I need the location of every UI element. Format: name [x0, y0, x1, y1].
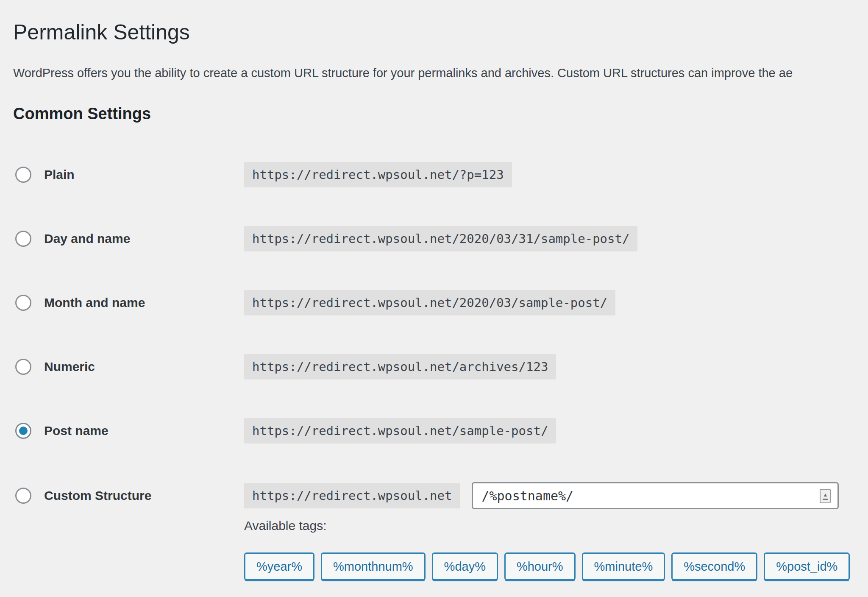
option-row-plain: Plain https://redirect.wpsoul.net/?p=123: [13, 162, 868, 187]
page-title: Permalink Settings: [13, 20, 868, 45]
option-row-custom-structure: Custom Structure https://redirect.wpsoul…: [13, 482, 868, 509]
radio-custom-structure[interactable]: [15, 488, 31, 504]
tag-button-year[interactable]: %year%: [244, 552, 314, 580]
option-numeric[interactable]: Numeric: [13, 359, 244, 375]
radio-plain[interactable]: [15, 167, 31, 183]
option-label[interactable]: Plain: [44, 167, 75, 182]
option-label[interactable]: Month and name: [44, 296, 145, 310]
example-url-month-and-name: https://redirect.wpsoul.net/2020/03/samp…: [244, 290, 615, 315]
option-label[interactable]: Custom Structure: [44, 488, 151, 503]
option-custom-structure[interactable]: Custom Structure: [13, 488, 244, 504]
option-label[interactable]: Post name: [44, 424, 108, 438]
radio-month-and-name[interactable]: [15, 295, 31, 311]
option-day-and-name[interactable]: Day and name: [13, 231, 244, 247]
example-url-numeric: https://redirect.wpsoul.net/archives/123: [244, 354, 556, 379]
permalink-options-list: Plain https://redirect.wpsoul.net/?p=123…: [13, 162, 868, 509]
radio-numeric[interactable]: [15, 359, 31, 375]
example-url-post-name: https://redirect.wpsoul.net/sample-post/: [244, 418, 556, 444]
option-row-day-and-name: Day and name https://redirect.wpsoul.net…: [13, 226, 868, 251]
input-stepper-icon[interactable]: ▲: [820, 489, 831, 503]
available-tags-label: Available tags:: [244, 519, 868, 533]
option-label[interactable]: Numeric: [44, 360, 95, 374]
option-row-post-name: Post name https://redirect.wpsoul.net/sa…: [13, 418, 868, 444]
available-tags-buttons: %year% %monthnum% %day% %hour% %minute% …: [244, 552, 868, 580]
section-heading-common-settings: Common Settings: [13, 105, 868, 123]
option-row-numeric: Numeric https://redirect.wpsoul.net/arch…: [13, 354, 868, 379]
tag-button-second[interactable]: %second%: [671, 552, 757, 580]
tag-button-hour[interactable]: %hour%: [504, 552, 576, 580]
page-description: WordPress offers you the ability to crea…: [13, 66, 868, 80]
radio-post-name-selected[interactable]: [15, 423, 31, 439]
tag-button-monthnum[interactable]: %monthnum%: [321, 552, 426, 580]
tag-button-day[interactable]: %day%: [432, 552, 498, 580]
option-month-and-name[interactable]: Month and name: [13, 295, 244, 311]
option-post-name[interactable]: Post name: [13, 423, 244, 439]
option-label[interactable]: Day and name: [44, 232, 130, 246]
radio-day-and-name[interactable]: [15, 231, 31, 247]
tag-button-minute[interactable]: %minute%: [582, 552, 665, 580]
available-tags-section: Available tags: %year% %monthnum% %day% …: [244, 519, 868, 580]
example-url-plain: https://redirect.wpsoul.net/?p=123: [244, 162, 512, 187]
tag-button-post-id[interactable]: %post_id%: [764, 552, 850, 580]
example-url-day-and-name: https://redirect.wpsoul.net/2020/03/31/s…: [244, 226, 637, 251]
option-plain[interactable]: Plain: [13, 167, 244, 183]
custom-structure-field-wrapper: ▲: [472, 482, 839, 509]
custom-structure-base-url: https://redirect.wpsoul.net: [244, 483, 460, 508]
option-row-month-and-name: Month and name https://redirect.wpsoul.n…: [13, 290, 868, 315]
custom-structure-input[interactable]: [473, 488, 799, 503]
